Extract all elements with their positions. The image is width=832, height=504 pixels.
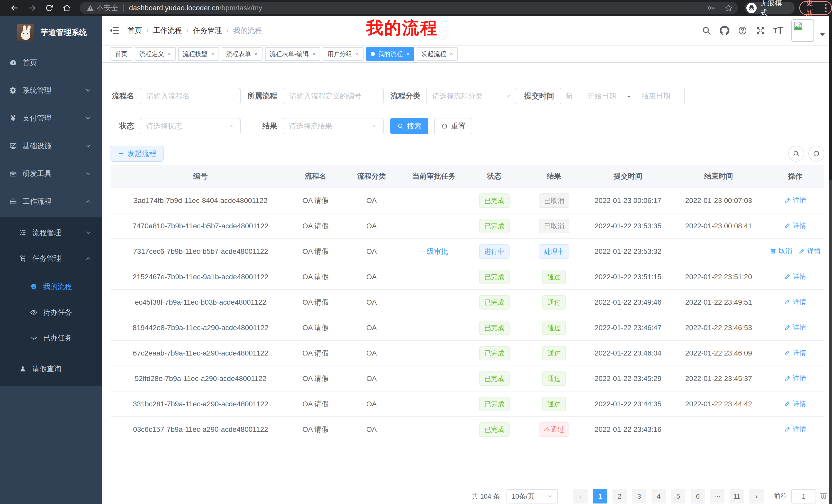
header-search-icon[interactable] (701, 25, 712, 36)
table-row-4: ec45f38f-7b9a-11ec-b03b-acde48001122OA 请… (110, 289, 824, 315)
row-action-detail[interactable]: 详情 (784, 298, 806, 306)
toggle-search-button[interactable] (788, 146, 804, 162)
row-action-detail[interactable]: 详情 (784, 399, 806, 408)
browser-home-icon[interactable] (62, 3, 72, 13)
breadcrumb-item-0[interactable]: 首页 (128, 26, 142, 35)
next-page-button[interactable]: › (749, 489, 763, 503)
cell-actions: 详情 (766, 340, 824, 366)
page-button-2[interactable]: 2 (613, 489, 627, 503)
process-definition-input[interactable] (283, 88, 384, 104)
sidebar-item-2[interactable]: ¥支付管理 (0, 104, 102, 132)
tab-5[interactable]: 用户分组× (323, 47, 364, 61)
process-name-input[interactable] (140, 88, 241, 104)
font-size-icon[interactable]: TT (773, 25, 784, 36)
row-action-detail[interactable]: 详情 (784, 374, 806, 383)
window-scrollbar[interactable] (829, 16, 832, 504)
tab-3[interactable]: 流程表单× (222, 47, 262, 61)
sidebar-item-6[interactable]: 流程管理 (0, 220, 102, 246)
filter-row-2: 状态 请选择状态 结果 请选择流结果 搜索 重置 (110, 118, 472, 134)
search-icon (397, 123, 404, 130)
refresh-table-button[interactable] (808, 146, 824, 162)
task-link[interactable]: 一级审批 (420, 247, 448, 255)
cell-actions: 取消详情 (766, 239, 824, 264)
tab-close-icon[interactable]: × (406, 51, 410, 57)
row-action-detail[interactable]: 详情 (784, 196, 806, 205)
process-definition-field[interactable] (289, 92, 378, 101)
tab-close-icon[interactable]: × (167, 51, 171, 57)
tab-6[interactable]: 我的流程× (366, 47, 414, 61)
cell-id: 331bc281-7b9a-11ec-a290-acde48001122 (110, 391, 290, 417)
browser-reload-icon[interactable] (44, 3, 54, 13)
row-action-detail[interactable]: 详情 (784, 323, 806, 332)
row-action-cancel[interactable]: 取消 (770, 247, 792, 256)
user-menu-caret-icon[interactable] (820, 33, 825, 36)
sidebar-collapse-icon[interactable] (108, 25, 120, 36)
sidebar-item-1[interactable]: 系统管理 (0, 77, 102, 104)
row-action-detail[interactable]: 详情 (784, 348, 806, 357)
sidebar-item-11[interactable]: 请假查询 (0, 356, 102, 382)
not-secure-warning-icon[interactable] (86, 4, 94, 12)
cell-submit-time: 2022-01-22 23:53:32 (585, 239, 671, 264)
page-size-select[interactable]: 10条/页 (506, 489, 558, 503)
tab-7[interactable]: 发起流程× (417, 47, 458, 61)
row-action-detail[interactable]: 详情 (784, 272, 806, 281)
tab-close-icon[interactable]: × (312, 51, 316, 57)
row-action-detail[interactable]: 详情 (784, 221, 806, 230)
sidebar-item-5[interactable]: 工作流程 (0, 188, 102, 215)
sidebar-item-8[interactable]: 我的流程 (0, 274, 102, 300)
help-icon[interactable] (737, 25, 748, 36)
tab-2[interactable]: 流程模型× (178, 47, 219, 61)
prev-page-button[interactable]: ‹ (573, 489, 588, 503)
search-button[interactable]: 搜索 (390, 118, 428, 134)
page-button-3[interactable]: 3 (632, 489, 646, 503)
page-button-5[interactable]: 5 (671, 489, 685, 503)
breadcrumb-item-2[interactable]: 任务管理 (193, 26, 222, 35)
row-action-detail[interactable]: 详情 (799, 247, 821, 256)
page-button-1[interactable]: 1 (593, 489, 607, 503)
breadcrumb-item-1[interactable]: 工作流程 (153, 26, 182, 35)
fullscreen-icon[interactable] (755, 25, 766, 36)
start-process-button[interactable]: 发起流程 (110, 146, 163, 162)
avatar[interactable] (791, 19, 814, 42)
sidebar-item-label: 首页 (23, 58, 37, 67)
address-bar[interactable]: 不安全 dashboard.yudao.iocoder.cn/bpm/task/… (80, 2, 738, 14)
github-icon[interactable] (719, 25, 730, 36)
page-button-6[interactable]: 6 (691, 489, 705, 503)
password-key-icon[interactable] (707, 4, 716, 12)
chrome-update-button[interactable]: 更新 (799, 1, 832, 15)
tab-close-icon[interactable]: × (450, 51, 453, 57)
app-logo[interactable] (17, 24, 34, 41)
reset-button[interactable]: 重置 (434, 118, 472, 134)
row-action-detail[interactable]: 详情 (784, 425, 806, 433)
tab-4[interactable]: 流程表单-编辑× (265, 47, 320, 61)
submit-time-range-picker[interactable]: 开始日期 - 结束日期 (560, 88, 685, 104)
sidebar-item-4[interactable]: 研发工具 (0, 160, 102, 188)
status-label: 状态 (110, 121, 134, 131)
process-category-select[interactable]: 请选择流程分类 (426, 88, 517, 104)
tab-close-icon[interactable]: × (211, 51, 214, 57)
browser-back-icon[interactable] (9, 3, 20, 13)
start-date-placeholder[interactable]: 开始日期 (578, 91, 626, 101)
bookmark-star-icon[interactable] (724, 4, 733, 12)
page-button-···[interactable]: ··· (710, 489, 725, 503)
page-button-11[interactable]: 11 (730, 489, 744, 503)
tab-0[interactable]: 首页 (110, 47, 132, 61)
col-header-1: 流程名 (290, 165, 341, 188)
tab-1[interactable]: 流程定义× (135, 47, 176, 61)
sidebar-item-3[interactable]: 基础设施 (0, 132, 102, 160)
tab-close-icon[interactable]: × (255, 51, 258, 57)
scrollbar-thumb[interactable] (829, 16, 832, 180)
browser-forward-icon[interactable] (27, 3, 37, 13)
goto-page-input[interactable] (791, 489, 816, 503)
result-select[interactable]: 请选择流结果 (283, 118, 384, 134)
page-button-4[interactable]: 4 (651, 489, 666, 503)
sidebar-item-10[interactable]: 已办任务 (0, 325, 102, 351)
tab-close-icon[interactable]: × (356, 51, 359, 57)
sidebar-item-0[interactable]: 首页 (0, 49, 102, 77)
chrome-menu-icon[interactable] (825, 4, 828, 12)
process-name-field[interactable] (146, 92, 234, 101)
sidebar-item-9[interactable]: 待办任务 (0, 300, 102, 325)
end-date-placeholder[interactable]: 结束日期 (632, 91, 680, 101)
sidebar-item-7[interactable]: 任务管理 (0, 246, 102, 271)
status-select[interactable]: 请选择状态 (140, 118, 241, 134)
